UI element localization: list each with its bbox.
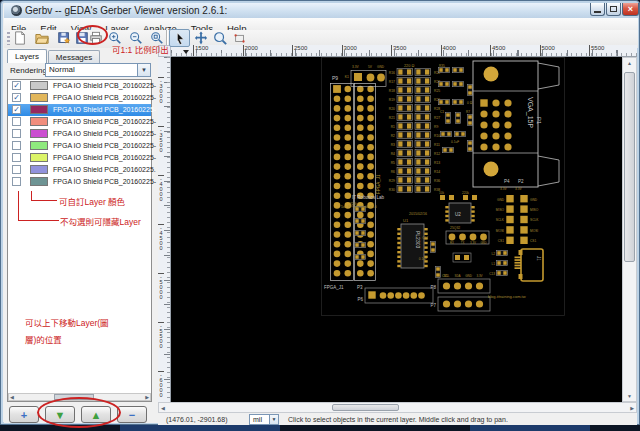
- layer-visibility-checkbox[interactable]: [12, 165, 21, 174]
- layer-row-7[interactable]: FPGA IO Shield PCB_20160225.: [8, 164, 151, 176]
- svg-text:SDA: SDA: [454, 274, 460, 278]
- scrollbar-thumb[interactable]: [332, 404, 399, 411]
- svg-text:R20: R20: [389, 107, 395, 111]
- scroll-right-icon[interactable]: ▶: [630, 405, 634, 411]
- close-button[interactable]: ×: [622, 3, 639, 16]
- svg-text:R7: R7: [466, 110, 470, 114]
- add-layer-button[interactable]: +: [9, 406, 39, 423]
- pcb-drawing: P9FPGA_J1K13.3V5VGND220 ΩR35R16R22R17R23…: [171, 57, 622, 402]
- svg-text:RX: RX: [450, 241, 454, 245]
- svg-text:R10: R10: [434, 134, 440, 138]
- layer-row-5[interactable]: FPGA IO Shield PCB_20160225-: [8, 140, 151, 152]
- scroll-down-icon[interactable]: ▼: [623, 393, 636, 399]
- new-button[interactable]: [13, 31, 27, 45]
- annotation-color-note: 可自訂Layer 顏色: [59, 195, 125, 207]
- svg-text:P8: P8: [430, 285, 436, 290]
- layer-visibility-checkbox[interactable]: [12, 117, 21, 126]
- gerber-canvas[interactable]: P9FPGA_J1K13.3V5VGND220 ΩR35R16R22R17R23…: [171, 57, 622, 402]
- svg-text:blog.ittraining.com.tw: blog.ittraining.com.tw: [488, 294, 526, 299]
- measure-icon: [233, 31, 247, 45]
- vruler-label: -5500: [158, 322, 164, 348]
- chevron-down-icon[interactable]: ▼: [137, 64, 150, 76]
- svg-text:GND: GND: [530, 198, 538, 202]
- layer-row-3[interactable]: FPGA IO Shield PCB_20160225-: [8, 116, 151, 128]
- layer-visibility-checkbox[interactable]: ✓: [12, 105, 21, 114]
- open-button[interactable]: [35, 31, 49, 45]
- layer-row-6[interactable]: FPGA IO Shield PCB_20160225-: [8, 152, 151, 164]
- layer-row-8[interactable]: FPGA IO Shield PCB_20160225-: [8, 176, 151, 188]
- layer-visibility-checkbox[interactable]: [12, 129, 21, 138]
- svg-text:R1: R1: [391, 125, 395, 129]
- layer-visibility-checkbox[interactable]: [12, 141, 21, 150]
- pan-button[interactable]: [194, 31, 208, 45]
- layer-color-swatch[interactable]: [30, 93, 48, 102]
- svg-text:3.3V: 3.3V: [500, 187, 507, 191]
- rendering-select[interactable]: Normal ▼: [45, 63, 151, 77]
- scroll-up-icon[interactable]: ▲: [623, 60, 636, 66]
- layer-row-0[interactable]: ✓FPGA IO Shield PCB_20160225-: [8, 80, 151, 92]
- svg-text:5V: 5V: [368, 65, 373, 69]
- rendering-value: Normal: [49, 65, 75, 74]
- canvas-vscrollbar[interactable]: ▲ ▼: [622, 57, 637, 402]
- layer-color-swatch[interactable]: [30, 141, 48, 150]
- hruler-label: 3500: [391, 45, 406, 56]
- maximize-button[interactable]: [606, 3, 621, 16]
- vruler-label: -3500: [158, 126, 164, 152]
- close-icon: ×: [628, 4, 633, 14]
- annotation-circle-move-buttons: [37, 397, 121, 428]
- scrollbar-thumb[interactable]: [624, 72, 635, 262]
- svg-text:R29: R29: [389, 179, 395, 183]
- layer-color-swatch[interactable]: [30, 153, 48, 162]
- svg-text:K1: K1: [345, 75, 349, 79]
- pointer-button[interactable]: [169, 29, 190, 47]
- measure-button[interactable]: [233, 31, 247, 45]
- horizontal-ruler: 150020002500300035004000450050005500: [171, 45, 637, 57]
- layer-row-1[interactable]: ✓FPGA IO Shield PCB_20160225-: [8, 92, 151, 104]
- svg-text:P3: P3: [357, 285, 363, 290]
- vruler-label: -5000: [158, 273, 164, 299]
- layer-color-swatch[interactable]: [30, 105, 48, 114]
- save-as-button[interactable]: [57, 31, 71, 45]
- chevron-down-icon[interactable]: ▼: [269, 415, 278, 424]
- units-select[interactable]: mil ▼: [249, 414, 279, 425]
- svg-text:TX: TX: [461, 241, 465, 245]
- layer-visibility-checkbox[interactable]: [12, 177, 21, 186]
- layer-visibility-checkbox[interactable]: ✓: [12, 81, 21, 90]
- layer-color-swatch[interactable]: [30, 177, 48, 186]
- svg-text:0 Ω: 0 Ω: [467, 101, 473, 105]
- layer-row-4[interactable]: FPGA IO Shield PCB_20160225-: [8, 128, 151, 140]
- layer-name: FPGA IO Shield PCB_20160225-: [53, 152, 156, 164]
- layer-color-swatch[interactable]: [30, 129, 48, 138]
- svg-text:R3: R3: [391, 143, 395, 147]
- layer-row-2[interactable]: ✓FPGA IO Shield PCB_20160225-: [8, 104, 151, 116]
- vruler-label: -4000: [158, 175, 164, 201]
- layer-visibility-checkbox[interactable]: [12, 153, 21, 162]
- scroll-right-icon[interactable]: ▶: [145, 394, 149, 400]
- svg-text:P1: P1: [536, 117, 542, 125]
- svg-text:SCLK: SCLK: [530, 218, 539, 222]
- minimize-button[interactable]: [590, 3, 605, 16]
- svg-text:3.3V: 3.3V: [476, 274, 482, 278]
- layer-color-swatch[interactable]: [30, 165, 48, 174]
- zoom-tool-button[interactable]: [213, 31, 227, 45]
- svg-text:R27: R27: [434, 116, 440, 120]
- tab-layers[interactable]: Layers: [7, 49, 47, 63]
- scroll-left-icon[interactable]: ◀: [10, 394, 14, 400]
- svg-text:0.1uF: 0.1uF: [419, 257, 427, 261]
- scroll-left-icon[interactable]: ◀: [161, 405, 165, 411]
- layer-color-swatch[interactable]: [30, 117, 48, 126]
- layer-name: FPGA IO Shield PCB_20160225-: [53, 104, 156, 116]
- title-bar[interactable]: Gerbv -- gEDA's Gerber Viewer version 2.…: [4, 3, 638, 18]
- remove-layer-icon: −: [129, 409, 135, 421]
- tab-messages[interactable]: Messages: [48, 50, 100, 63]
- gerbv-window: Gerbv -- gEDA's Gerber Viewer version 2.…: [0, 0, 640, 425]
- layer-color-swatch[interactable]: [30, 81, 48, 90]
- canvas-hscrollbar[interactable]: ◀ ▶: [158, 402, 637, 413]
- remove-layer-button[interactable]: −: [117, 406, 147, 423]
- svg-text:R13: R13: [434, 161, 440, 165]
- layer-name: FPGA IO Shield PCB_20160225-: [53, 116, 156, 128]
- save-as-icon: [57, 31, 71, 45]
- annotation-move-note-2: 層)的位置: [25, 333, 62, 345]
- layer-visibility-checkbox[interactable]: ✓: [12, 93, 21, 102]
- svg-text:GND: GND: [497, 198, 505, 202]
